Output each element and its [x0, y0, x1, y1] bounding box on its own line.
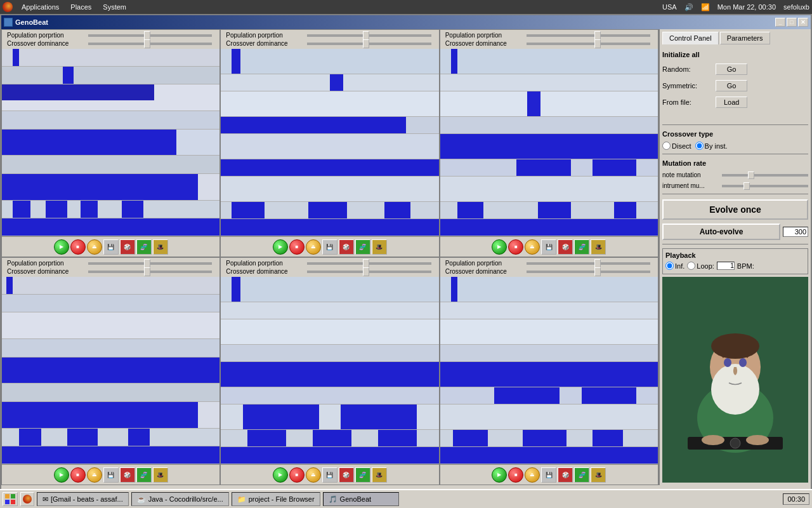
cross-slider-1[interactable]: [88, 43, 212, 45]
close-button[interactable]: ✕: [798, 18, 808, 27]
cross-slider-3[interactable]: [527, 43, 650, 45]
eject-button-2[interactable]: ⏏: [306, 239, 321, 255]
taskbar-item-genobeat[interactable]: 🎵 GenoBeat: [323, 492, 399, 506]
cross-thumb-5[interactable]: [363, 267, 369, 276]
taskbar-genobeat-label: GenoBeat: [340, 495, 372, 503]
taskbar-item-gmail[interactable]: ✉ [Gmail - beats - assaf...: [37, 492, 129, 506]
play-button-3[interactable]: ▶: [492, 239, 507, 255]
pop-thumb-5[interactable]: [363, 259, 369, 268]
hat-button-3[interactable]: 🎩: [591, 239, 606, 255]
stop-button-1[interactable]: ■: [70, 239, 86, 255]
evolve-once-button[interactable]: Evolve once: [662, 199, 808, 220]
taskbar-item-java[interactable]: ☕ Java - Cocodrillo/src/e...: [131, 492, 229, 506]
auto-evolve-count[interactable]: [783, 227, 808, 237]
menu-applications[interactable]: Applications: [16, 2, 64, 12]
symmetric-go-button[interactable]: Go: [716, 80, 747, 91]
stop-button-5[interactable]: ■: [289, 467, 304, 483]
pop-slider-1[interactable]: [88, 34, 212, 37]
loop-radio[interactable]: [687, 262, 695, 270]
dice-button-3[interactable]: 🎲: [558, 239, 573, 255]
pop-slider-2[interactable]: [307, 34, 431, 37]
load-button[interactable]: Load: [716, 97, 747, 108]
play-button-2[interactable]: ▶: [273, 239, 288, 255]
hat-button-5[interactable]: 🎩: [372, 467, 387, 483]
cross-slider-2[interactable]: [307, 43, 431, 45]
genome-button-5[interactable]: 🧬: [355, 467, 370, 483]
genome-button-3[interactable]: 🧬: [574, 239, 589, 255]
cross-slider-6[interactable]: [527, 271, 650, 273]
taskbar-firefox-icon[interactable]: [20, 492, 34, 506]
pop-slider-3[interactable]: [527, 34, 650, 37]
sequencer-3: [440, 49, 658, 236]
genome-button-6[interactable]: 🧬: [574, 467, 589, 483]
note-mutation-thumb[interactable]: [748, 171, 754, 179]
pop-thumb-4[interactable]: [144, 259, 150, 268]
stop-button-2[interactable]: ■: [289, 239, 304, 255]
dice-button-2[interactable]: 🎲: [339, 239, 354, 255]
stop-button-3[interactable]: ■: [508, 239, 523, 255]
cross-thumb-1[interactable]: [144, 39, 150, 48]
eject-button-4[interactable]: ⏏: [87, 467, 102, 483]
save-button-2[interactable]: 💾: [322, 239, 337, 255]
dice-button-5[interactable]: 🎲: [339, 467, 354, 483]
hat-button-6[interactable]: 🎩: [591, 467, 606, 483]
note-mutation-slider[interactable]: [722, 174, 808, 177]
cross-thumb-6[interactable]: [594, 267, 601, 276]
pop-slider-4[interactable]: [88, 262, 212, 265]
maximize-button[interactable]: □: [787, 18, 797, 27]
cross-thumb-3[interactable]: [594, 39, 601, 48]
pop-thumb-1[interactable]: [144, 31, 150, 40]
cross-slider-5[interactable]: [307, 271, 431, 273]
by-inst-radio[interactable]: [695, 142, 704, 150]
pop-slider-6[interactable]: [527, 262, 650, 265]
eject-button-3[interactable]: ⏏: [525, 239, 540, 255]
genome-button-2[interactable]: 🧬: [355, 239, 370, 255]
eject-button-1[interactable]: ⏏: [87, 239, 102, 255]
save-button-6[interactable]: 💾: [541, 467, 556, 483]
save-button-4[interactable]: 💾: [103, 467, 119, 483]
instr-mutation-thumb[interactable]: [743, 182, 750, 190]
minimize-button[interactable]: _: [775, 18, 785, 27]
disect-radio[interactable]: [662, 142, 671, 150]
loop-count-input[interactable]: [717, 262, 735, 270]
play-button-5[interactable]: ▶: [273, 467, 288, 483]
auto-evolve-button[interactable]: Auto-evolve: [662, 224, 780, 240]
cross-slider-4[interactable]: [88, 271, 212, 273]
note: [2, 402, 198, 428]
save-button-3[interactable]: 💾: [541, 239, 556, 255]
hat-button-4[interactable]: 🎩: [153, 467, 168, 483]
taskbar-item-filebrowser[interactable]: 📁 project - File Browser: [232, 492, 320, 506]
play-button-4[interactable]: ▶: [54, 467, 69, 483]
tab-control-panel[interactable]: Control Panel: [662, 32, 719, 44]
menu-places[interactable]: Places: [65, 2, 96, 12]
crossover-radio-group: Disect By inst.: [662, 142, 808, 150]
stop-button-4[interactable]: ■: [70, 467, 86, 483]
instr-mutation-slider[interactable]: [722, 185, 808, 187]
stop-button-6[interactable]: ■: [508, 467, 523, 483]
random-go-button[interactable]: Go: [716, 64, 747, 75]
gmail-icon: ✉: [43, 495, 48, 504]
inf-radio[interactable]: [665, 262, 674, 270]
save-button-5[interactable]: 💾: [322, 467, 337, 483]
tab-parameters[interactable]: Parameters: [720, 32, 770, 44]
dice-button-4[interactable]: 🎲: [120, 467, 135, 483]
save-button-1[interactable]: 💾: [103, 239, 119, 255]
hat-button-1[interactable]: 🎩: [153, 239, 168, 255]
pop-thumb-3[interactable]: [594, 31, 601, 40]
eject-button-5[interactable]: ⏏: [306, 467, 321, 483]
cross-thumb-4[interactable]: [144, 267, 150, 276]
genome-button-4[interactable]: 🧬: [136, 467, 152, 483]
hat-button-2[interactable]: 🎩: [372, 239, 387, 255]
pop-thumb-6[interactable]: [594, 259, 601, 268]
play-button-1[interactable]: ▶: [54, 239, 69, 255]
dice-button-1[interactable]: 🎲: [120, 239, 135, 255]
dice-button-6[interactable]: 🎲: [558, 467, 573, 483]
pop-thumb-2[interactable]: [363, 31, 369, 40]
play-button-6[interactable]: ▶: [492, 467, 507, 483]
menu-system[interactable]: System: [98, 2, 131, 12]
pop-slider-5[interactable]: [307, 262, 431, 265]
eject-button-6[interactable]: ⏏: [525, 467, 540, 483]
cross-thumb-2[interactable]: [363, 39, 369, 48]
genome-button-1[interactable]: 🧬: [136, 239, 152, 255]
taskbar-start-button[interactable]: [3, 492, 18, 506]
